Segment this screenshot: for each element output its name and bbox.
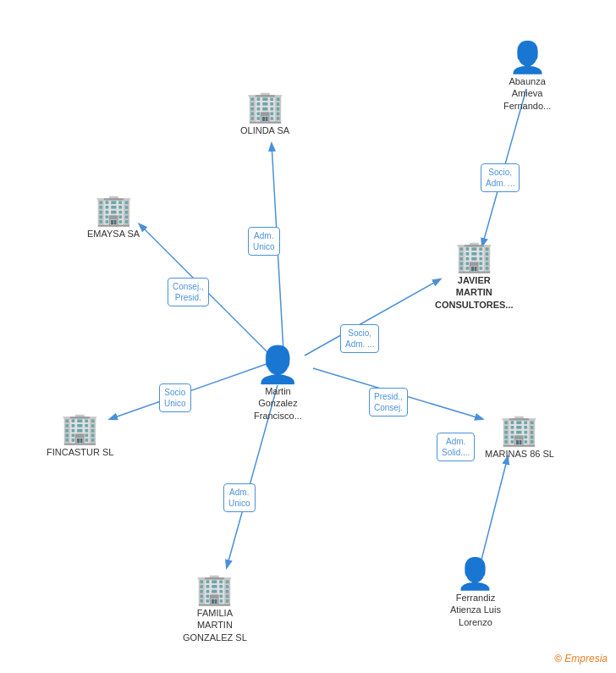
watermark-copyright: © [554, 653, 562, 665]
node-label-emaysa: EMAYSA SA [87, 228, 140, 240]
node-abaunza[interactable]: 👤 AbaunzaAmievaFernando... [503, 42, 551, 112]
badge-socio-adm-right[interactable]: Socio,Adm. ... [340, 324, 379, 353]
person-icon-ferrandiz: 👤 [456, 559, 494, 589]
node-label-marinas: MARINAS 86 SL [485, 448, 554, 460]
node-label-olinda: OLINDA SA [240, 124, 289, 136]
node-label-javier: JAVIERMARTINCONSULTORES... [435, 274, 514, 311]
badge-adm-unico-bottom[interactable]: Adm.Unico [223, 483, 256, 512]
node-olinda[interactable]: 🏢 OLINDA SA [240, 91, 289, 136]
building-icon-marinas: 🏢 [500, 415, 538, 445]
node-javier-consultores[interactable]: 🏢 JAVIERMARTINCONSULTORES... [435, 241, 514, 311]
node-emaysa[interactable]: 🏢 EMAYSA SA [87, 195, 140, 240]
building-icon-fincastur: 🏢 [61, 413, 99, 444]
badge-consej-presid[interactable]: Consej.,Presid. [168, 278, 209, 306]
badge-adm-solid[interactable]: Adm.Solid.... [437, 433, 475, 461]
svg-line-7 [481, 457, 508, 563]
building-icon-javier: 🏢 [455, 241, 493, 272]
watermark-brand: Empresia [564, 653, 608, 665]
node-marinas[interactable]: 🏢 MARINAS 86 SL [485, 415, 554, 460]
badge-socio-unico[interactable]: SocioUnico [159, 383, 191, 412]
graph-container: 🏢 OLINDA SA 🏢 EMAYSA SA 🏢 FINCASTUR SL 🏢… [0, 0, 616, 673]
badge-presid-consej[interactable]: Presid.,Consej. [369, 388, 408, 416]
node-label-fincastur: FINCASTUR SL [47, 446, 113, 458]
person-icon-martin: 👤 [256, 347, 300, 383]
node-fincastur[interactable]: 🏢 FINCASTUR SL [47, 413, 113, 458]
node-label-martin: MartinGonzalezFrancisco... [254, 385, 302, 422]
node-familia[interactable]: 🏢 FAMILIAMARTINGONZALEZ SL [183, 574, 247, 643]
person-icon-abaunza: 👤 [509, 42, 547, 73]
node-label-familia: FAMILIAMARTINGONZALEZ SL [183, 607, 247, 643]
building-icon-olinda: 🏢 [246, 91, 284, 122]
node-label-ferrandiz: FerrandizAtienza LuisLorenzo [450, 592, 501, 628]
badge-socio-adm-top[interactable]: Socio,Adm. ... [481, 163, 520, 192]
node-ferrandiz[interactable]: 👤 FerrandizAtienza LuisLorenzo [450, 559, 501, 628]
node-label-abaunza: AbaunzaAmievaFernando... [503, 75, 551, 112]
watermark: © Empresia [554, 653, 608, 665]
building-icon-emaysa: 🏢 [95, 195, 133, 225]
badge-adm-unico-top[interactable]: Adm.Unico [248, 227, 280, 256]
node-martin[interactable]: 👤 MartinGonzalezFrancisco... [254, 347, 302, 422]
building-icon-familia: 🏢 [195, 574, 234, 604]
